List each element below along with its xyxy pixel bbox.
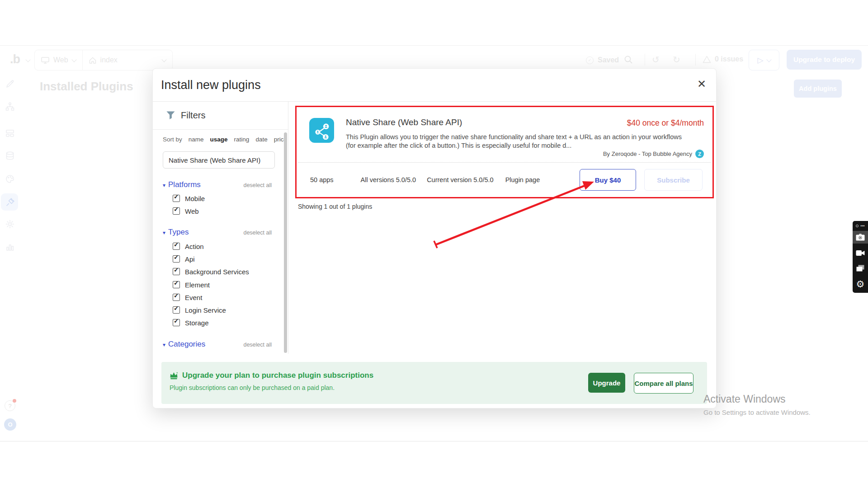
checkbox-checked-icon[interactable] — [173, 255, 180, 263]
palette-icon — [5, 174, 15, 184]
saved-check-icon: ✓ — [586, 56, 594, 64]
checkbox-checked-icon[interactable] — [173, 306, 180, 314]
redo-icon[interactable]: ↻ — [673, 55, 680, 64]
checkbox-checked-icon[interactable] — [173, 319, 180, 326]
user-avatar[interactable]: O — [4, 418, 16, 431]
filter-section-categories[interactable]: ▾Categories deselect all — [163, 340, 272, 349]
close-icon[interactable]: ✕ — [697, 79, 706, 89]
subscribe-button[interactable]: Subscribe — [644, 169, 703, 191]
screen-capture-toolbar: ••• ⚙ — [853, 221, 868, 293]
filters-scrollbar[interactable] — [284, 132, 287, 353]
search-icon[interactable] — [624, 55, 633, 66]
sidebar-item-logs[interactable] — [5, 242, 15, 252]
filter-item-storage: Storage — [173, 318, 209, 328]
save-status: ✓ Saved — [586, 56, 619, 64]
database-icon — [5, 151, 15, 161]
saved-label: Saved — [598, 56, 619, 64]
preview-chevron-icon — [766, 57, 771, 62]
section-label: ▾Platforms — [163, 180, 201, 189]
watermark-line2: Go to Settings to activate Windows. — [703, 408, 811, 416]
plugin-description: This Plugin allows you to trigger the na… — [346, 133, 693, 150]
buy-button[interactable]: Buy $40 — [580, 169, 636, 191]
sidebar-item-plugins[interactable] — [5, 197, 15, 206]
plugin-search-input[interactable] — [163, 151, 275, 169]
filter-section-platforms[interactable]: ▾Platforms deselect all — [163, 180, 272, 189]
preview-button[interactable]: ▷ — [749, 50, 779, 70]
filter-item-login-service: Login Service — [173, 305, 226, 315]
filter-section-types[interactable]: ▾Types deselect all — [163, 228, 272, 237]
bubble-logo[interactable]: .b — [10, 52, 20, 66]
plugin-card: Native Share (Web Share API) $40 once or… — [295, 106, 714, 198]
sidebar-item-workflow[interactable] — [5, 102, 15, 112]
plugin-stats-row: 50 apps All versions 5.0/5.0 Current ver… — [298, 162, 711, 197]
upgrade-to-deploy-button[interactable]: Upgrade to deploy — [787, 50, 862, 70]
page-label: index — [100, 56, 118, 64]
sitemap-icon — [5, 102, 15, 112]
sort-option-usage[interactable]: usage — [210, 136, 228, 143]
plugin-name: Native Share (Web Share API) — [346, 117, 462, 127]
checkbox-checked-icon[interactable] — [173, 268, 180, 275]
banner-subtitle: Plugin subscriptions can only be purchas… — [170, 384, 335, 391]
checkbox-checked-icon[interactable] — [173, 207, 180, 215]
more-dots-icon: ••• — [860, 224, 864, 228]
plugin-author: By Zeroqode - Top Bubble Agency Z — [603, 150, 704, 158]
checkbox-checked-icon[interactable] — [173, 243, 180, 250]
capture-menu-dots[interactable]: ••• — [856, 224, 864, 228]
capture-settings-button[interactable]: ⚙ — [853, 277, 868, 290]
sidebar-item-components[interactable] — [5, 128, 15, 138]
deselect-all-link[interactable]: deselect all — [243, 230, 272, 236]
plugin-logo — [309, 118, 334, 143]
sidebar-item-settings[interactable] — [5, 219, 15, 229]
sort-row: Sort by name usage rating date price — [163, 136, 287, 143]
compare-all-plans-button[interactable]: Compare all plans — [634, 373, 693, 394]
filter-item-background-services: Background Services — [173, 267, 249, 277]
plugin-page-link[interactable]: Plugin page — [505, 176, 540, 183]
record-video-button[interactable] — [853, 247, 868, 259]
add-plugins-button[interactable]: Add plugins — [794, 80, 842, 98]
page-selector[interactable]: index — [82, 50, 172, 70]
capture-window-button[interactable] — [853, 262, 868, 275]
toolbar-top-divider — [0, 45, 868, 46]
undo-icon[interactable]: ↺ — [652, 55, 660, 64]
section-label: ▾Categories — [163, 340, 205, 349]
banner-title: Upgrade your plan to purchase plugin sub… — [182, 371, 373, 380]
notification-dot — [13, 399, 16, 403]
sidebar-item-design[interactable] — [5, 79, 15, 89]
current-version-rating: Current version 5.0/5.0 — [427, 176, 494, 183]
plug-icon — [5, 197, 15, 206]
issues-indicator[interactable]: 0 issues — [703, 55, 743, 63]
upgrade-button[interactable]: Upgrade — [588, 373, 625, 393]
sidebar-item-data[interactable] — [5, 151, 15, 161]
platform-label: Web — [53, 56, 68, 64]
checkbox-checked-icon[interactable] — [173, 195, 180, 202]
warning-triangle-icon — [703, 56, 711, 63]
widgets-icon — [5, 128, 15, 138]
sort-option-rating[interactable]: rating — [234, 136, 250, 143]
banner-title-row: Upgrade your plan to purchase plugin sub… — [170, 371, 373, 380]
modal-title: Install new plugins — [161, 78, 261, 92]
platform-selector[interactable]: Web — [35, 50, 82, 70]
install-plugins-modal: Install new plugins ✕ Filters Sort by na… — [152, 68, 717, 408]
filter-item-action: Action — [173, 241, 204, 251]
sidebar-item-styles[interactable] — [5, 174, 15, 184]
issues-label: 0 issues — [715, 55, 743, 63]
deselect-all-link[interactable]: deselect all — [243, 182, 272, 188]
sort-option-date[interactable]: date — [255, 136, 267, 143]
logo-chevron-icon[interactable] — [25, 57, 30, 62]
page-chevron-icon — [161, 57, 166, 62]
monitor-icon — [41, 57, 49, 64]
record-dot-icon — [856, 225, 859, 227]
plugin-price: $40 once or $4/month — [627, 118, 704, 128]
deselect-all-link[interactable]: deselect all — [243, 342, 272, 348]
checkbox-checked-icon[interactable] — [173, 294, 180, 301]
filters-panel: Filters Sort by name usage rating date p… — [153, 102, 288, 354]
sort-by-label: Sort by — [163, 136, 182, 143]
gear-icon: ⚙ — [856, 279, 865, 289]
filter-item-web: Web — [173, 206, 199, 216]
filters-header: Filters — [153, 102, 288, 130]
bubble-editor-page: .b Web index ✓ Saved ↺ ↻ 0 issues ▷ Upgr… — [0, 0, 868, 488]
toolbar-divider — [695, 54, 696, 66]
checkbox-checked-icon[interactable] — [173, 281, 180, 288]
screenshot-tool-button[interactable] — [853, 231, 868, 244]
sort-option-name[interactable]: name — [189, 136, 204, 143]
